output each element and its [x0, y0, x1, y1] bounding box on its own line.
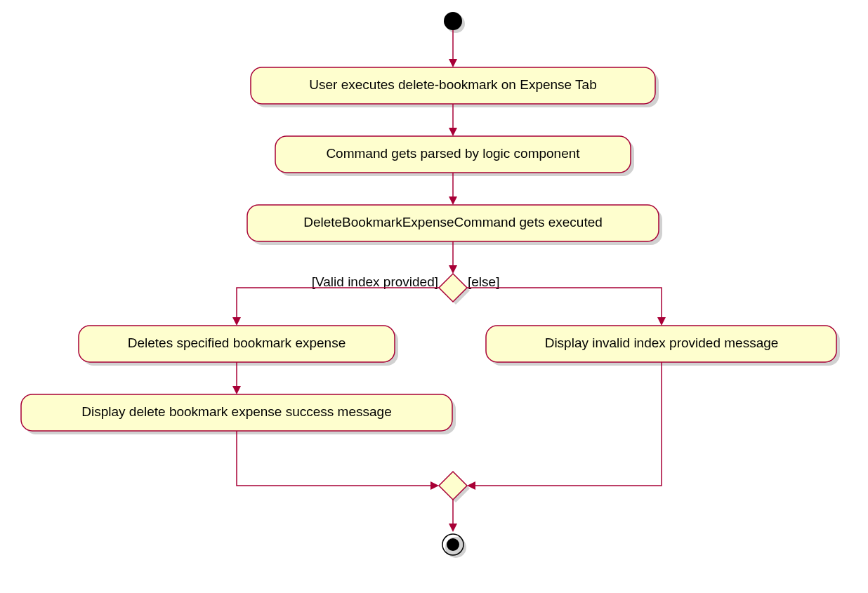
- svg-marker-5: [449, 128, 457, 136]
- svg-marker-24: [449, 524, 457, 532]
- activity-label: Display delete bookmark expense success …: [81, 404, 391, 419]
- activity-label: Deletes specified bookmark expense: [128, 335, 346, 350]
- svg-marker-2: [449, 59, 457, 67]
- svg-marker-17: [232, 386, 241, 394]
- svg-point-26: [447, 538, 459, 551]
- activity-label: User executes delete-bookmark on Expense…: [309, 77, 596, 92]
- svg-marker-21: [430, 481, 439, 490]
- svg-marker-8: [449, 196, 457, 205]
- svg-marker-13: [232, 317, 241, 326]
- activity-diagram: User executes delete-bookmark on Expense…: [0, 0, 868, 593]
- svg-marker-11: [449, 265, 457, 274]
- guard-valid-index: [Valid index provided]: [312, 274, 438, 289]
- activity-label: Command gets parsed by logic component: [326, 146, 580, 161]
- activity-label: Display invalid index provided message: [545, 335, 779, 350]
- initial-node: [444, 12, 462, 30]
- guard-else: [else]: [468, 274, 499, 289]
- activity-label: DeleteBookmarkExpenseCommand gets execut…: [303, 215, 603, 229]
- svg-marker-14: [657, 317, 666, 326]
